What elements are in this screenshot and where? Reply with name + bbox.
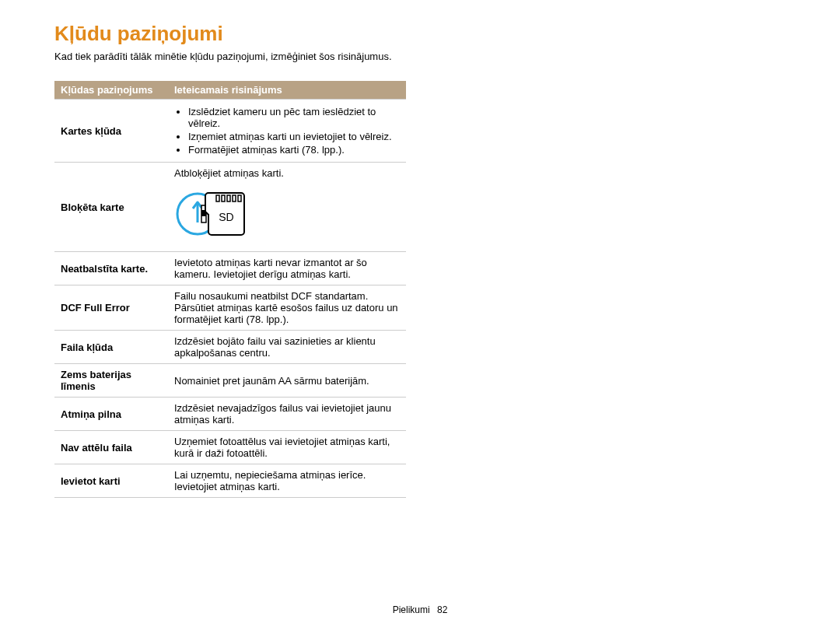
error-table: Kļūdas paziņojums Ieteicamais risinājums… [54,81,406,498]
row-label: Neatbalstīta karte. [54,252,168,285]
table-row: Zems baterijas līmenis Nomainiet pret ja… [54,364,406,398]
svg-rect-7 [233,195,236,201]
row-solution: Lai uzņemtu, nepieciešama atmiņas ierīce… [168,464,406,498]
svg-rect-4 [216,195,219,201]
row-solution: Izdzēsiet bojāto failu vai sazinieties a… [168,331,406,364]
intro-text: Kad tiek parādīti tālāk minētie kļūdu pa… [54,51,786,62]
row-solution: Izdzēsiet nevajadzīgos failus vai ieviet… [168,398,406,431]
table-row: Nav attēlu faila Uzņemiet fotoattēlus va… [54,431,406,464]
row-solution: Uzņemiet fotoattēlus vai ievietojiet atm… [168,431,406,464]
footer-section: Pielikumi [393,604,430,615]
row-text: Atbloķējiet atmiņas karti. [174,167,400,179]
row-label: DCF Full Error [54,285,168,331]
row-label: Zems baterijas līmenis [54,364,168,398]
page-footer: Pielikumi 82 [0,604,840,615]
table-row: Neatbalstīta karte. Ievietoto atmiņas ka… [54,252,406,285]
bullet-list: Izslēdziet kameru un pēc tam ieslēdziet … [174,106,400,156]
row-solution: Nomainiet pret jaunām AA sārmu baterijām… [168,364,406,398]
row-label: Kartes kļūda [54,100,168,163]
row-solution: Ievietoto atmiņas karti nevar izmantot a… [168,252,406,285]
row-label: Nav attēlu faila [54,431,168,464]
svg-text:SD: SD [219,211,233,223]
row-label: Ievietot karti [54,464,168,498]
document-page: Kļūdu paziņojumi Kad tiek parādīti tālāk… [0,0,840,634]
table-row: DCF Full Error Failu nosaukumi neatbilst… [54,285,406,331]
table-row: Kartes kļūda Izslēdziet kameru un pēc ta… [54,100,406,163]
row-label: Bloķēta karte [54,163,168,252]
bullet-item: Izņemiet atmiņas karti un ievietojiet to… [188,131,400,142]
table-row: Ievietot karti Lai uzņemtu, nepieciešama… [54,464,406,498]
bullet-item: Izslēdziet kameru un pēc tam ieslēdziet … [188,106,400,129]
row-solution: Failu nosaukumi neatbilst DCF standartam… [168,285,406,331]
table-row: Faila kļūda Izdzēsiet bojāto failu vai s… [54,331,406,364]
row-label: Atmiņa pilna [54,398,168,431]
footer-page-number: 82 [437,604,447,615]
svg-rect-8 [238,195,241,201]
table-header-solution: Ieteicamais risinājums [168,81,406,100]
svg-rect-6 [227,195,230,201]
row-solution: Atbloķējiet atmiņas karti. [168,163,406,252]
sd-card-icon: SD [174,184,400,247]
row-label: Faila kļūda [54,331,168,364]
table-row: Bloķēta karte Atbloķējiet atmiņas karti. [54,163,406,252]
table-row: Atmiņa pilna Izdzēsiet nevajadzīgos fail… [54,398,406,431]
page-title: Kļūdu paziņojumi [54,22,786,46]
svg-rect-5 [222,195,225,201]
row-solution: Izslēdziet kameru un pēc tam ieslēdziet … [168,100,406,163]
table-header-error: Kļūdas paziņojums [54,81,168,100]
bullet-item: Formatējiet atmiņas karti (78. lpp.). [188,144,400,156]
